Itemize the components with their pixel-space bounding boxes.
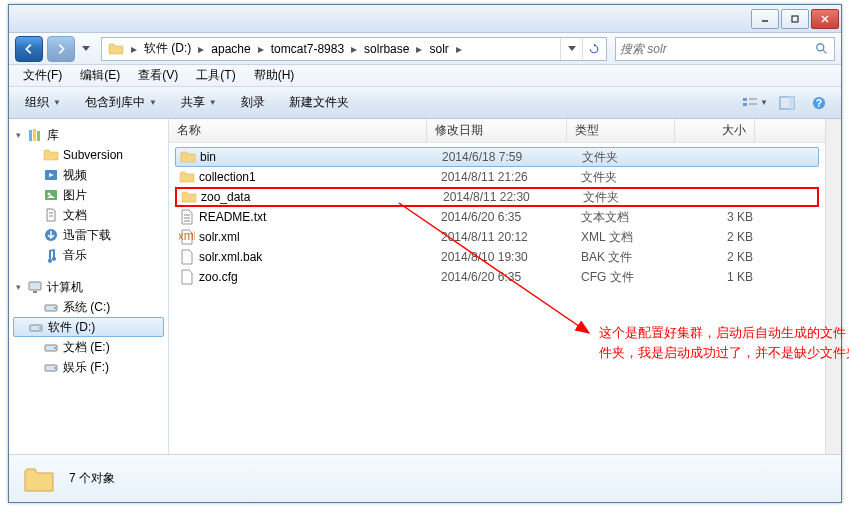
file-name: zoo.cfg (199, 270, 238, 284)
svg-rect-6 (743, 98, 747, 101)
include-button[interactable]: 包含到库中▼ (77, 90, 165, 115)
tree-xunlei[interactable]: 迅雷下载 (9, 225, 168, 245)
burn-button[interactable]: 刻录 (233, 90, 273, 115)
drive-icon (43, 359, 59, 375)
tree-library[interactable]: ▾ 库 (9, 125, 168, 145)
column-type[interactable]: 类型 (567, 119, 675, 142)
breadcrumb-item[interactable]: solr (425, 38, 452, 60)
file-row[interactable]: zoo.cfg2014/6/20 6:35CFG 文件1 KB (175, 267, 819, 287)
file-type: 文件夹 (575, 189, 683, 206)
file-row[interactable]: xmlsolr.xml2014/8/11 20:12XML 文档2 KB (175, 227, 819, 247)
tree-label: 文档 (63, 207, 87, 224)
picture-icon (43, 187, 59, 203)
library-icon (27, 127, 43, 143)
search-box[interactable] (615, 37, 835, 61)
newfolder-button[interactable]: 新建文件夹 (281, 90, 357, 115)
file-icon (179, 209, 195, 225)
file-date: 2014/6/20 6:35 (433, 210, 573, 224)
file-type: BAK 文件 (573, 249, 681, 266)
file-name: zoo_data (201, 190, 250, 204)
back-button[interactable] (15, 36, 43, 62)
minimize-button[interactable] (751, 9, 779, 29)
organize-button[interactable]: 组织▼ (17, 90, 69, 115)
view-options-button[interactable]: ▼ (741, 91, 769, 115)
toolbar: 组织▼ 包含到库中▼ 共享▼ 刻录 新建文件夹 ▼ ? (9, 87, 841, 119)
preview-pane-button[interactable] (773, 91, 801, 115)
file-pane: 名称 修改日期 类型 大小 bin2014/6/18 7:59文件夹collec… (169, 119, 825, 454)
video-icon (43, 167, 59, 183)
file-date: 2014/8/10 19:30 (433, 250, 573, 264)
status-folder-icon (21, 461, 57, 497)
column-date[interactable]: 修改日期 (427, 119, 567, 142)
breadcrumb-sep[interactable]: ▸ (453, 38, 465, 60)
tree-pictures[interactable]: 图片 (9, 185, 168, 205)
expand-icon[interactable]: ▾ (13, 282, 23, 292)
tree-label: 图片 (63, 187, 87, 204)
tree-drive-d[interactable]: 软件 (D:) (13, 317, 164, 337)
tree-music[interactable]: 音乐 (9, 245, 168, 265)
svg-point-32 (54, 367, 56, 369)
svg-point-26 (54, 307, 56, 309)
breadcrumb-item[interactable]: tomcat7-8983 (267, 38, 348, 60)
file-name: solr.xml.bak (199, 250, 262, 264)
file-name: README.txt (199, 210, 266, 224)
address-dropdown[interactable] (560, 38, 582, 60)
tree-drive-c[interactable]: 系统 (C:) (9, 297, 168, 317)
vertical-scrollbar[interactable] (825, 119, 841, 454)
file-row[interactable]: README.txt2014/6/20 6:35文本文档3 KB (175, 207, 819, 227)
file-row[interactable]: zoo_data2014/8/11 22:30文件夹 (175, 187, 819, 207)
tree-documents[interactable]: 文档 (9, 205, 168, 225)
tree-computer[interactable]: ▾ 计算机 (9, 277, 168, 297)
breadcrumb-sep[interactable]: ▸ (255, 38, 267, 60)
expand-icon[interactable]: ▾ (13, 130, 23, 140)
tree-label: 迅雷下载 (63, 227, 111, 244)
file-date: 2014/8/11 21:26 (433, 170, 573, 184)
file-icon: xml (179, 229, 195, 245)
file-icon (179, 169, 195, 185)
search-icon[interactable] (814, 41, 830, 57)
nav-bar: ▸ 软件 (D:)▸ apache▸ tomcat7-8983▸ solrbas… (9, 33, 841, 65)
file-row[interactable]: bin2014/6/18 7:59文件夹 (175, 147, 819, 167)
menu-file[interactable]: 文件(F) (15, 65, 70, 86)
tree-drive-f[interactable]: 娱乐 (F:) (9, 357, 168, 377)
search-input[interactable] (620, 42, 814, 56)
menu-tools[interactable]: 工具(T) (188, 65, 243, 86)
refresh-button[interactable] (582, 38, 604, 60)
nav-history-dropdown[interactable] (79, 36, 93, 62)
close-button[interactable] (811, 9, 839, 29)
file-size: 1 KB (681, 270, 761, 284)
breadcrumb-sep[interactable]: ▸ (413, 38, 425, 60)
file-date: 2014/8/11 20:12 (433, 230, 573, 244)
address-bar[interactable]: ▸ 软件 (D:)▸ apache▸ tomcat7-8983▸ solrbas… (101, 37, 607, 61)
column-name[interactable]: 名称 (169, 119, 427, 142)
breadcrumb-sep[interactable]: ▸ (348, 38, 360, 60)
menu-view[interactable]: 查看(V) (130, 65, 186, 86)
forward-button[interactable] (47, 36, 75, 62)
svg-rect-15 (33, 129, 36, 141)
file-type: 文件夹 (573, 169, 681, 186)
share-button[interactable]: 共享▼ (173, 90, 225, 115)
column-size[interactable]: 大小 (675, 119, 755, 142)
svg-rect-11 (789, 97, 794, 109)
file-size: 3 KB (681, 210, 761, 224)
tree-drive-e[interactable]: 文档 (E:) (9, 337, 168, 357)
menu-edit[interactable]: 编辑(E) (72, 65, 128, 86)
breadcrumb-item[interactable]: 软件 (D:) (140, 38, 195, 60)
svg-rect-16 (37, 131, 40, 141)
breadcrumb-item[interactable]: solrbase (360, 38, 413, 60)
maximize-button[interactable] (781, 9, 809, 29)
breadcrumb-root-sep[interactable]: ▸ (128, 38, 140, 60)
tree-videos[interactable]: 视频 (9, 165, 168, 185)
menu-bar: 文件(F) 编辑(E) 查看(V) 工具(T) 帮助(H) (9, 65, 841, 87)
svg-rect-24 (33, 291, 37, 293)
file-size: 2 KB (681, 230, 761, 244)
tree-subversion[interactable]: Subversion (9, 145, 168, 165)
menu-help[interactable]: 帮助(H) (246, 65, 303, 86)
breadcrumb-item[interactable]: apache (207, 38, 254, 60)
svg-point-30 (54, 347, 56, 349)
help-button[interactable]: ? (805, 91, 833, 115)
file-list[interactable]: bin2014/6/18 7:59文件夹collection12014/8/11… (169, 143, 825, 454)
breadcrumb-sep[interactable]: ▸ (195, 38, 207, 60)
file-row[interactable]: collection12014/8/11 21:26文件夹 (175, 167, 819, 187)
file-row[interactable]: solr.xml.bak2014/8/10 19:30BAK 文件2 KB (175, 247, 819, 267)
